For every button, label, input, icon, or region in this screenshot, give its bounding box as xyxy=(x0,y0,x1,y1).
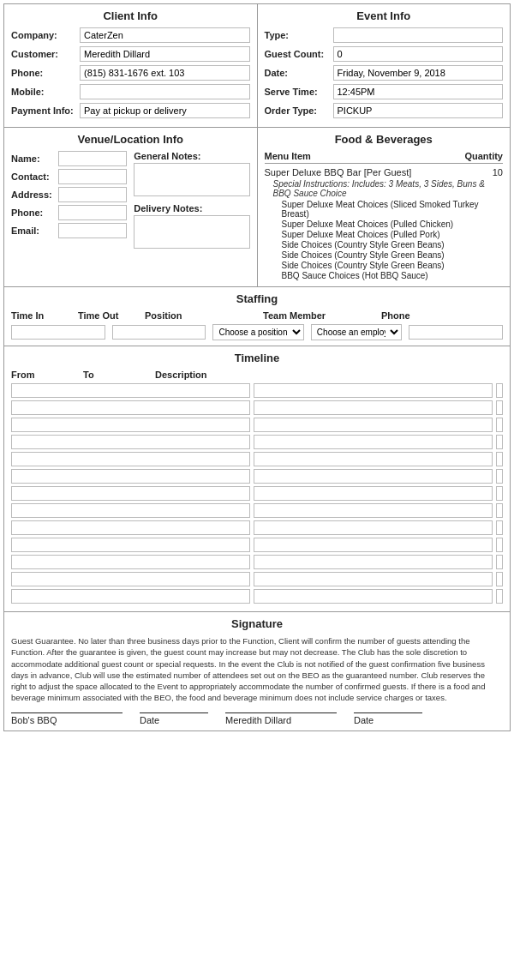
serve-time-input[interactable] xyxy=(333,84,504,99)
tl-to-5[interactable] xyxy=(254,469,493,484)
food-special-instructions: Special Instructions: Includes: 3 Meats,… xyxy=(273,179,504,198)
tl-from-7[interactable] xyxy=(11,503,250,518)
tl-desc-10[interactable] xyxy=(496,555,503,569)
venue-phone-label: Phone: xyxy=(11,207,58,218)
tl-desc-1[interactable] xyxy=(496,400,503,415)
customer-label: Customer: xyxy=(11,49,80,59)
food-sub-item-4: Side Choices (Country Style Green Beans) xyxy=(282,250,504,260)
tl-from-5[interactable] xyxy=(11,469,250,484)
tl-to-9[interactable] xyxy=(254,538,493,552)
tl-desc-11[interactable] xyxy=(496,572,503,586)
timeline-row-8 xyxy=(11,520,503,535)
sig-date-label-1: Date xyxy=(140,712,208,725)
payment-input[interactable] xyxy=(80,103,250,118)
staff-position-select[interactable]: Choose a position xyxy=(212,324,303,340)
tl-from-6[interactable] xyxy=(11,486,250,501)
tl-to-4[interactable] xyxy=(254,452,493,466)
serve-time-label: Serve Time: xyxy=(265,87,333,97)
tl-from-12[interactable] xyxy=(11,589,250,604)
phone-input[interactable] xyxy=(80,65,250,81)
company-input[interactable] xyxy=(80,27,250,43)
tl-desc-3[interactable] xyxy=(496,435,503,449)
staffing-row-1: Choose a position Choose an employee xyxy=(11,324,503,340)
venue-contact-input[interactable] xyxy=(58,169,127,184)
type-input[interactable] xyxy=(333,27,504,43)
mobile-input[interactable] xyxy=(80,84,250,99)
type-label: Type: xyxy=(265,30,333,40)
client-customer-row: Customer: xyxy=(11,46,250,62)
tl-from-11[interactable] xyxy=(11,572,250,586)
delivery-notes-textarea[interactable] xyxy=(134,215,249,249)
tl-desc-5[interactable] xyxy=(496,469,503,484)
food-sub-item-5: Side Choices (Country Style Green Beans) xyxy=(282,261,504,270)
venue-name-row: Name: xyxy=(11,151,127,166)
venue-address-label: Address: xyxy=(11,189,58,200)
client-payment-row: Payment Info: xyxy=(11,103,250,118)
tl-from-0[interactable] xyxy=(11,383,250,398)
date-input[interactable] xyxy=(333,65,504,81)
tl-from-4[interactable] xyxy=(11,452,250,466)
timeline-row-10 xyxy=(11,555,503,569)
venue-name-label: Name: xyxy=(11,153,58,164)
venue-name-input[interactable] xyxy=(58,151,127,166)
staffing-header-timeout: Time Out xyxy=(78,310,138,321)
venue-info-title: Venue/Location Info xyxy=(11,133,250,146)
tl-desc-6[interactable] xyxy=(496,486,503,501)
general-notes-textarea[interactable] xyxy=(134,163,249,196)
client-info-title: Client Info xyxy=(11,9,250,22)
sig-name-1: Bob's BBQ xyxy=(11,712,123,725)
tl-desc-12[interactable] xyxy=(496,589,503,604)
tl-from-1[interactable] xyxy=(11,400,250,415)
event-serve-time-row: Serve Time: xyxy=(265,84,504,99)
tl-desc-7[interactable] xyxy=(496,503,503,518)
staff-phone-input[interactable] xyxy=(409,325,503,340)
sig-label-1: Bob's BBQ xyxy=(11,712,123,725)
tl-from-2[interactable] xyxy=(11,418,250,432)
food-sub-item-2: Super Deluxe Meat Choices (Pulled Pork) xyxy=(282,230,504,239)
venue-address-input[interactable] xyxy=(58,187,127,202)
tl-to-8[interactable] xyxy=(254,520,493,535)
tl-desc-2[interactable] xyxy=(496,418,503,432)
tl-to-0[interactable] xyxy=(254,383,493,398)
staff-member-select[interactable]: Choose an employee xyxy=(311,324,402,340)
tl-desc-4[interactable] xyxy=(496,452,503,466)
guest-count-input[interactable] xyxy=(333,46,504,62)
timeline-row-2 xyxy=(11,418,503,432)
tl-from-8[interactable] xyxy=(11,520,250,535)
tl-to-3[interactable] xyxy=(254,435,493,449)
tl-from-10[interactable] xyxy=(11,555,250,569)
venue-phone-input[interactable] xyxy=(58,205,127,220)
tl-desc-0[interactable] xyxy=(496,383,503,398)
food-col-qty: Quantity xyxy=(464,151,503,161)
signature-title: Signature xyxy=(11,617,503,630)
phone-label: Phone: xyxy=(11,68,80,78)
tl-to-1[interactable] xyxy=(254,400,493,415)
event-info-title: Event Info xyxy=(265,9,504,22)
tl-desc-8[interactable] xyxy=(496,520,503,535)
tl-to-12[interactable] xyxy=(254,589,493,604)
food-sub-item-1: Super Deluxe Meat Choices (Pulled Chicke… xyxy=(282,219,504,229)
mobile-label: Mobile: xyxy=(11,87,80,97)
customer-input[interactable] xyxy=(80,46,250,62)
tl-to-6[interactable] xyxy=(254,486,493,501)
tl-from-9[interactable] xyxy=(11,538,250,552)
staff-timein-input[interactable] xyxy=(11,325,105,340)
tl-to-10[interactable] xyxy=(254,555,493,569)
staffing-header-member: Team Member xyxy=(263,310,374,321)
staff-timeout-input[interactable] xyxy=(112,325,206,340)
order-type-input[interactable] xyxy=(333,103,504,118)
staffing-title: Staffing xyxy=(11,292,503,305)
tl-to-11[interactable] xyxy=(254,572,493,586)
client-mobile-row: Mobile: xyxy=(11,84,250,99)
tl-desc-9[interactable] xyxy=(496,538,503,552)
order-type-label: Order Type: xyxy=(265,105,333,116)
sig-date-2: Date xyxy=(354,712,422,725)
tl-to-2[interactable] xyxy=(254,418,493,432)
venue-email-input[interactable] xyxy=(58,223,127,238)
venue-contact-label: Contact: xyxy=(11,171,58,182)
timeline-title: Timeline xyxy=(11,352,503,364)
tl-to-7[interactable] xyxy=(254,503,493,518)
tl-from-3[interactable] xyxy=(11,435,250,449)
venue-email-label: Email: xyxy=(11,225,58,236)
timeline-row-9 xyxy=(11,538,503,552)
